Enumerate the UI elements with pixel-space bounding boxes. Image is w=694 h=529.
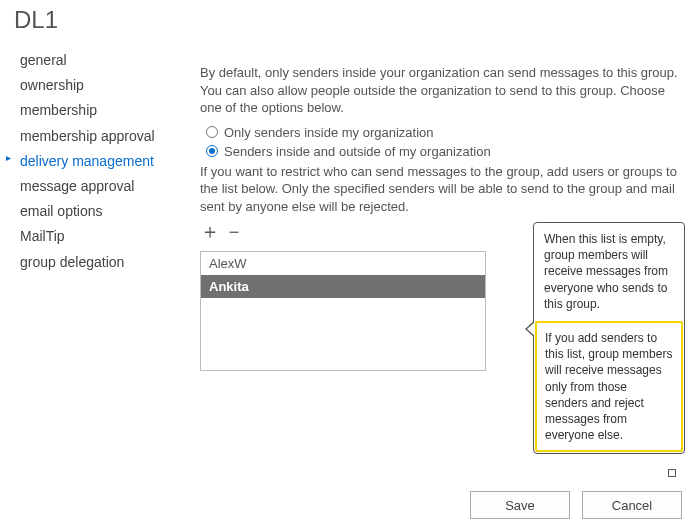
remove-sender-button[interactable]: －: [224, 223, 242, 241]
sender-listbox[interactable]: AlexWAnkita: [200, 251, 486, 371]
intro-text: By default, only senders inside your org…: [200, 64, 686, 117]
add-sender-button[interactable]: ＋: [200, 223, 218, 241]
sidebar-item-membership[interactable]: membership: [12, 98, 200, 123]
radio-inside-only[interactable]: Only senders inside my organization: [206, 125, 686, 140]
sidebar-item-email-options[interactable]: email options: [12, 199, 200, 224]
sidebar-item-message-approval[interactable]: message approval: [12, 174, 200, 199]
radio-inside-outside[interactable]: Senders inside and outside of my organiz…: [206, 144, 686, 159]
sidebar-item-group-delegation[interactable]: group delegation: [12, 250, 200, 275]
list-item[interactable]: AlexW: [201, 252, 485, 275]
info-tooltip: When this list is empty, group members w…: [533, 222, 685, 454]
tooltip-populated-text: If you add senders to this list, group m…: [535, 321, 683, 452]
sidebar-item-ownership[interactable]: ownership: [12, 73, 200, 98]
sidebar-item-general[interactable]: general: [12, 48, 200, 73]
tooltip-empty-text: When this list is empty, group members w…: [534, 223, 684, 320]
sidebar-item-MailTip[interactable]: MailTip: [12, 224, 200, 249]
page-title: DL1: [0, 0, 694, 42]
sidebar-item-delivery-management[interactable]: delivery management: [12, 149, 200, 174]
radio-icon: [206, 126, 218, 138]
sidebar: generalownershipmembershipmembership app…: [4, 42, 200, 275]
radio-icon: [206, 145, 218, 157]
action-bar: Save Cancel: [470, 491, 682, 519]
radio-label: Senders inside and outside of my organiz…: [224, 144, 491, 159]
sidebar-item-membership-approval[interactable]: membership approval: [12, 124, 200, 149]
restrict-text: If you want to restrict who can send mes…: [200, 163, 686, 216]
cancel-button[interactable]: Cancel: [582, 491, 682, 519]
list-item[interactable]: Ankita: [201, 275, 485, 298]
resize-handle-icon[interactable]: [668, 469, 676, 477]
radio-label: Only senders inside my organization: [224, 125, 434, 140]
save-button[interactable]: Save: [470, 491, 570, 519]
